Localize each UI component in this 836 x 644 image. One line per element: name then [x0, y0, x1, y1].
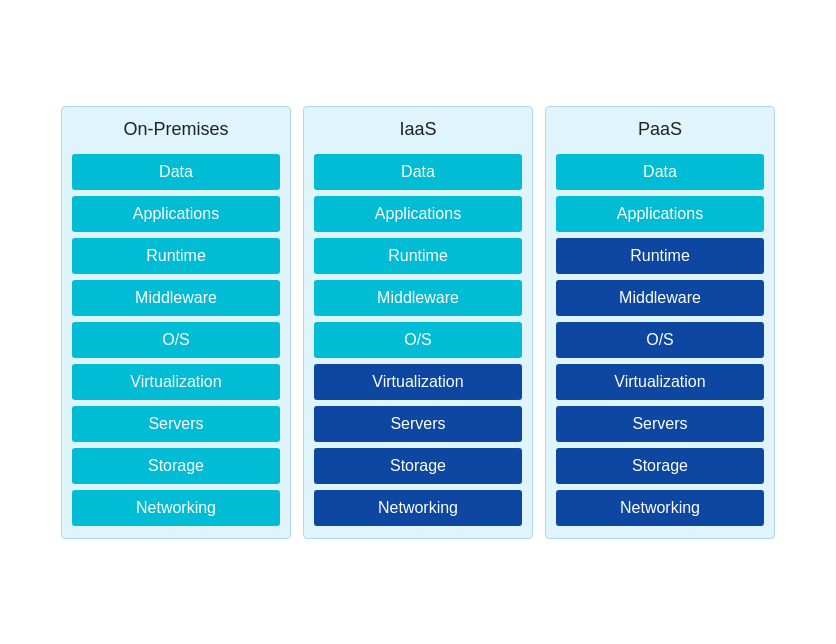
row-middleware-iaas: Middleware — [314, 280, 522, 316]
row-middleware-on-premises: Middleware — [72, 280, 280, 316]
row-storage-paas: Storage — [556, 448, 764, 484]
row-data-paas: Data — [556, 154, 764, 190]
column-title-on-premises: On-Premises — [123, 119, 228, 140]
row-storage-on-premises: Storage — [72, 448, 280, 484]
row-virtualization-iaas: Virtualization — [314, 364, 522, 400]
column-iaas: IaaSDataApplicationsRuntimeMiddlewareO/S… — [303, 106, 533, 539]
column-title-paas: PaaS — [638, 119, 682, 140]
row-networking-paas: Networking — [556, 490, 764, 526]
cloud-comparison-diagram: On-PremisesDataApplicationsRuntimeMiddle… — [45, 90, 791, 555]
row-servers-on-premises: Servers — [72, 406, 280, 442]
row-o-s-on-premises: O/S — [72, 322, 280, 358]
row-applications-iaas: Applications — [314, 196, 522, 232]
column-paas: PaaSDataApplicationsRuntimeMiddlewareO/S… — [545, 106, 775, 539]
row-runtime-on-premises: Runtime — [72, 238, 280, 274]
column-title-iaas: IaaS — [399, 119, 436, 140]
row-runtime-paas: Runtime — [556, 238, 764, 274]
row-o-s-paas: O/S — [556, 322, 764, 358]
row-data-on-premises: Data — [72, 154, 280, 190]
row-applications-on-premises: Applications — [72, 196, 280, 232]
row-networking-iaas: Networking — [314, 490, 522, 526]
row-virtualization-on-premises: Virtualization — [72, 364, 280, 400]
row-storage-iaas: Storage — [314, 448, 522, 484]
row-data-iaas: Data — [314, 154, 522, 190]
row-servers-paas: Servers — [556, 406, 764, 442]
row-networking-on-premises: Networking — [72, 490, 280, 526]
row-servers-iaas: Servers — [314, 406, 522, 442]
row-applications-paas: Applications — [556, 196, 764, 232]
row-middleware-paas: Middleware — [556, 280, 764, 316]
row-runtime-iaas: Runtime — [314, 238, 522, 274]
column-on-premises: On-PremisesDataApplicationsRuntimeMiddle… — [61, 106, 291, 539]
row-o-s-iaas: O/S — [314, 322, 522, 358]
row-virtualization-paas: Virtualization — [556, 364, 764, 400]
